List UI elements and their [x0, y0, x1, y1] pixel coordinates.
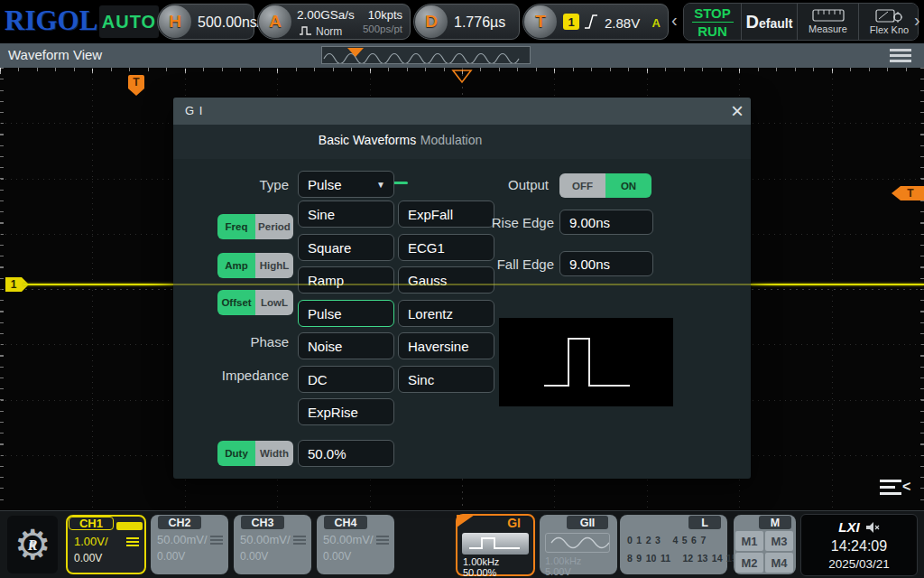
math1-button[interactable]: M1 — [735, 531, 763, 551]
waveform-option-exprise[interactable]: ExpRise — [298, 398, 394, 425]
logic-row-2: 89 1011 1213 1415 — [627, 553, 722, 564]
ruler-icon — [812, 9, 845, 22]
rise-edge-field[interactable]: 9.00ns — [559, 210, 653, 235]
measure-button[interactable]: Measure — [798, 4, 859, 40]
waveform-option-lorentz[interactable]: Lorentz — [398, 300, 494, 327]
type-label: Type — [173, 177, 289, 192]
type-value: Pulse — [308, 177, 342, 192]
channel2-tab: CH2 — [158, 516, 201, 529]
menu-icon[interactable] — [890, 49, 911, 63]
generator2-waveform-box — [545, 533, 610, 553]
bottom-status-bar: ⚙ R CH1 1.00V/ 0.00V CH2 50.00mV/ 0.00V … — [0, 510, 924, 578]
default-label: Default — [746, 12, 793, 33]
waveform-option-noise[interactable]: Noise — [298, 332, 394, 359]
flex-knob-icon — [875, 8, 904, 23]
channel4-card[interactable]: CH4 50.00mV/ 0.00V — [317, 515, 394, 574]
nav-next-icon[interactable]: › — [914, 10, 920, 31]
memory-depth: 10kpts — [368, 8, 402, 22]
output-off-button[interactable]: OFF — [559, 173, 605, 198]
generator2-card[interactable]: GII 1.00kHz 5.00V — [540, 515, 617, 574]
offset-button[interactable]: Offset — [217, 290, 255, 315]
waveform-option-dc[interactable]: DC — [298, 366, 394, 393]
channel3-card[interactable]: CH3 50.00mV/ 0.00V — [234, 515, 311, 574]
rising-edge-icon — [584, 13, 598, 31]
duty-value-field[interactable]: 50.0% — [298, 440, 394, 467]
sample-rate: 2.00GSa/s — [297, 8, 355, 22]
width-button[interactable]: Width — [255, 441, 293, 466]
system-time: 14:24:09 — [801, 538, 917, 555]
dialog-header[interactable]: G I × — [173, 98, 751, 125]
close-icon[interactable]: × — [731, 98, 744, 125]
acquisition-segment[interactable]: A 2.00GSa/s Norm 10kpts 500ps/pt — [257, 4, 411, 40]
math-tab: M — [759, 516, 791, 529]
generator2-freq: 1.00kHz — [545, 555, 581, 566]
horizontal-timebase-segment[interactable]: H 500.00ns/ — [157, 4, 254, 40]
lowl-button[interactable]: LowL — [255, 290, 293, 315]
sample-resolution: 500ps/pt — [363, 23, 402, 34]
flex-knob-button[interactable]: Flex Kno — [859, 4, 919, 40]
fall-edge-field[interactable]: 9.00ns — [559, 251, 653, 276]
waveform-overview-strip[interactable] — [321, 46, 531, 64]
waveform-option-sine[interactable]: Sine — [298, 200, 394, 228]
channel2-card[interactable]: CH2 50.00mV/ 0.00V — [151, 515, 228, 574]
trigger-knob[interactable]: T — [524, 5, 557, 38]
trigger-mode-auto[interactable]: AUTO — [99, 5, 159, 38]
horizontal-knob[interactable]: H — [159, 5, 191, 38]
trigger-level-marker[interactable]: T — [892, 185, 924, 201]
system-status-tile[interactable]: LXI 14:24:09 2025/03/21 — [800, 514, 918, 576]
output-label: Output — [471, 177, 549, 192]
pulse-icon — [462, 533, 529, 555]
logic-card[interactable]: L 01 23 45 67 89 1011 1213 1415 — [620, 515, 727, 574]
math3-button[interactable]: M3 — [765, 531, 793, 551]
trigger-flag-marker[interactable]: T — [127, 74, 145, 98]
math-card[interactable]: M M1 M3 M2 M4 — [734, 515, 796, 574]
amp-button[interactable]: Amp — [217, 253, 255, 278]
overview-position-marker — [347, 48, 364, 57]
waveform-option-square[interactable]: Square — [298, 234, 394, 261]
waveform-view-title: Waveform View — [8, 47, 102, 62]
rigol-gear-logo[interactable]: ⚙ R — [7, 516, 58, 573]
highl-button[interactable]: HighL — [255, 253, 293, 278]
math4-button[interactable]: M4 — [765, 553, 793, 573]
trigger-position-marker[interactable] — [451, 69, 473, 84]
waveform-option-haversine[interactable]: Haversine — [398, 332, 494, 359]
speaker-muted-icon — [865, 521, 880, 534]
type-dropdown[interactable]: Pulse ▼ — [298, 171, 394, 198]
acquire-knob[interactable]: A — [259, 5, 291, 38]
generator1-freq: 1.00kHz — [463, 556, 499, 567]
waveform-option-pulse[interactable]: Pulse — [298, 300, 394, 327]
measure-label: Measure — [808, 23, 847, 34]
collapse-menu-icon[interactable]: < — [880, 480, 916, 499]
math2-button[interactable]: M2 — [735, 553, 763, 573]
channel1-card[interactable]: CH1 1.00V/ 0.00V — [66, 515, 146, 574]
acq-pulse-icon — [299, 25, 313, 36]
generator1-card[interactable]: GI 1.00kHz 50.00% — [456, 514, 535, 576]
offset-lowl-toggle: Offset LowL — [217, 290, 293, 315]
duty-button[interactable]: Duty — [217, 441, 255, 466]
channel1-scale: 1.00V/ — [74, 535, 108, 548]
default-button[interactable]: Default — [742, 4, 798, 40]
delay-knob[interactable]: D — [415, 5, 448, 38]
freq-button[interactable]: Freq — [217, 214, 255, 239]
fall-edge-label: Fall Edge — [480, 256, 554, 272]
tab-modulation[interactable]: Modulation — [408, 133, 494, 147]
delay-segment[interactable]: D 1.776µs — [413, 4, 520, 40]
nav-prev-icon[interactable]: ‹ — [671, 10, 678, 31]
trigger-segment[interactable]: T 1 2.88V A — [522, 4, 669, 40]
channel3-scale: 50.00mV/ — [240, 533, 291, 546]
period-button[interactable]: Period — [255, 214, 293, 239]
run-stop-button[interactable]: STOP RUN — [684, 4, 742, 40]
channel2-offset: 0.00V — [157, 550, 185, 563]
amp-highl-toggle: Amp HighL — [217, 253, 293, 278]
duty-width-toggle: Duty Width — [217, 441, 293, 466]
sine-icon — [546, 534, 609, 552]
channel4-scale: 50.00mV/ — [323, 533, 374, 546]
output-on-button[interactable]: ON — [605, 173, 651, 198]
waveform-option-ramp[interactable]: Ramp — [298, 266, 394, 294]
run-stop-divider — [692, 22, 734, 23]
channel4-tab: CH4 — [324, 516, 367, 529]
generator2-level: 5.00V — [545, 566, 571, 577]
top-status-bar: RIGOL AUTO H 500.00ns/ A 2.00GSa/s Norm … — [0, 0, 924, 43]
waveform-option-sinc[interactable]: Sinc — [398, 366, 494, 393]
channel3-offset: 0.00V — [240, 550, 268, 563]
